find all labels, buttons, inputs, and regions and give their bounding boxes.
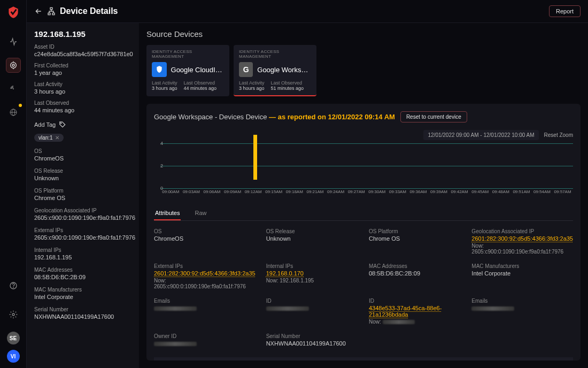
attribute-cell: Geolocation Associated IP2601:282:300:92… bbox=[471, 228, 573, 255]
report-title: Google Workspace - Devices Device — as r… bbox=[154, 113, 395, 121]
attribute-value: ChromeOS bbox=[154, 235, 256, 242]
chart-bar[interactable] bbox=[253, 135, 257, 180]
meta-label: Last Activity bbox=[34, 81, 131, 87]
svg-point-4 bbox=[13, 88, 13, 89]
nav-radar-icon[interactable] bbox=[6, 81, 21, 96]
nav-devices-icon[interactable] bbox=[6, 58, 21, 73]
attr-label: OS Release bbox=[34, 168, 131, 174]
help-icon[interactable] bbox=[6, 278, 21, 293]
attribute-value: 2601:282:300:92:d5d5:4366:3fd3:2a35 bbox=[154, 270, 256, 277]
tab-attributes[interactable]: Attributes bbox=[154, 206, 181, 220]
table-header[interactable]: Attribute bbox=[401, 357, 438, 361]
x-tick: 09:06AM bbox=[202, 189, 222, 197]
nav-activity-icon[interactable] bbox=[6, 34, 21, 49]
attribute-cell: External IPs2601:282:300:92:d5d5:4366:3f… bbox=[154, 263, 256, 289]
device-summary-panel: 192.168.1.195 Asset IDc24e8da05ca8f3a4c5… bbox=[27, 23, 139, 368]
attr-label: OS bbox=[34, 148, 131, 154]
user-avatar-vi[interactable]: VI bbox=[7, 350, 20, 363]
table-header[interactable]: Value bbox=[438, 357, 573, 361]
app-logo bbox=[6, 5, 20, 19]
attr-value: Unknown bbox=[34, 175, 131, 181]
page-title: Device Details bbox=[60, 6, 118, 16]
attribute-now: Now: 192.168.1.195 bbox=[266, 278, 358, 283]
attribute-value: NXHWNAA001104199A17600 bbox=[266, 340, 358, 347]
svg-point-10 bbox=[12, 313, 14, 316]
attribute-now: Now: bbox=[369, 319, 461, 325]
x-tick: 09:15AM bbox=[264, 189, 284, 197]
settings-icon[interactable] bbox=[6, 307, 21, 322]
report-detail-panel: Google Workspace - Devices Device — as r… bbox=[146, 104, 581, 361]
svg-point-9 bbox=[13, 287, 13, 288]
reset-device-button[interactable]: Reset to current device bbox=[400, 111, 467, 122]
attribute-label: OS Release bbox=[266, 228, 358, 234]
events-table: Device (at time of event)SourceObservedC… bbox=[154, 357, 573, 361]
events-chart[interactable]: 02409:00AM09:03AM09:06AM09:09AM09:12AM09… bbox=[154, 143, 573, 197]
reset-zoom-button[interactable]: Reset Zoom bbox=[544, 132, 573, 138]
attribute-value: Chrome OS bbox=[369, 235, 461, 242]
source-name: Google Workspa... bbox=[257, 66, 311, 74]
svg-rect-11 bbox=[50, 7, 52, 9]
attribute-label: ID bbox=[369, 298, 461, 304]
source-icon bbox=[152, 62, 167, 77]
meta-value: 3 hours ago bbox=[34, 88, 131, 95]
tag-pill[interactable]: vlan:1✕ bbox=[34, 134, 64, 142]
attribute-label: Emails bbox=[471, 298, 573, 304]
meta-label: First Collected bbox=[34, 63, 131, 68]
table-header[interactable]: Device (at time of event) bbox=[154, 357, 237, 361]
source-icon: G bbox=[239, 62, 253, 77]
source-card[interactable]: IDENTITY ACCESS MANAGEMENT Google CloudI… bbox=[146, 45, 229, 96]
svg-point-14 bbox=[60, 122, 61, 124]
attr-label: External IPs bbox=[34, 227, 131, 233]
attr-label: Serial Number bbox=[34, 306, 131, 312]
attribute-label: Owner ID bbox=[154, 333, 256, 339]
attribute-cell: ID4348e533-37ad-45ca-88e6-21a1236bdadaNo… bbox=[369, 298, 461, 325]
source-name: Google CloudId... bbox=[171, 66, 224, 74]
attribute-cell: Emails bbox=[471, 298, 573, 325]
attribute-cell: OS ReleaseUnknown bbox=[266, 228, 358, 255]
attribute-value: 4348e533-37ad-45ca-88e6-21a1236bdada bbox=[369, 305, 461, 318]
source-card[interactable]: IDENTITY ACCESS MANAGEMENT GGoogle Works… bbox=[234, 45, 316, 96]
attr-label: Internal IPs bbox=[34, 247, 131, 253]
report-button[interactable]: Report bbox=[549, 5, 581, 17]
x-tick: 09:54AM bbox=[532, 189, 553, 197]
x-tick: 09:42AM bbox=[449, 189, 470, 197]
add-tag-button[interactable]: Add Tag bbox=[34, 121, 131, 128]
attribute-label: MAC Manufacturers bbox=[471, 263, 573, 269]
x-tick: 09:30AM bbox=[367, 189, 388, 197]
source-devices-title: Source Devices bbox=[146, 23, 581, 45]
meta-label: Asset ID bbox=[34, 44, 131, 50]
attribute-label: Geolocation Associated IP bbox=[471, 228, 573, 234]
x-tick: 09:33AM bbox=[388, 189, 408, 197]
nav-globe-icon[interactable] bbox=[6, 105, 21, 120]
attribute-cell: Owner ID bbox=[154, 333, 256, 348]
tag-remove-icon[interactable]: ✕ bbox=[55, 135, 59, 141]
table-header[interactable]: Change type bbox=[318, 357, 401, 361]
x-tick: 09:39AM bbox=[429, 189, 450, 197]
user-avatar-se[interactable]: SE bbox=[7, 332, 20, 344]
attribute-label: Serial Number bbox=[266, 333, 358, 339]
attribute-cell: Internal IPs192.168.0.170Now: 192.168.1.… bbox=[266, 263, 358, 289]
attribute-label: External IPs bbox=[154, 263, 256, 269]
x-tick: 09:00AM bbox=[160, 189, 181, 197]
attr-value: ChromeOS bbox=[34, 155, 131, 162]
table-header[interactable]: Observed bbox=[270, 357, 318, 361]
attribute-label: Internal IPs bbox=[266, 263, 358, 269]
tab-raw[interactable]: Raw bbox=[194, 206, 207, 220]
attr-value: 2605:c900:0:1090:190e:f9a0:fa1f:7976 bbox=[34, 214, 131, 221]
back-icon[interactable] bbox=[34, 7, 43, 16]
svg-point-0 bbox=[12, 64, 14, 66]
table-header[interactable]: Source bbox=[237, 357, 270, 361]
attr-label: MAC Manufacturers bbox=[34, 287, 131, 293]
attr-value: NXHWNAA001104199A17600 bbox=[34, 313, 131, 320]
attr-value: 08:5B:D6:BC:2B:09 bbox=[34, 274, 131, 280]
attribute-cell: OS PlatformChrome OS bbox=[369, 228, 461, 255]
source-category: IDENTITY ACCESS MANAGEMENT bbox=[239, 49, 311, 59]
x-tick: 09:27AM bbox=[346, 189, 367, 197]
x-tick: 09:03AM bbox=[181, 189, 202, 197]
redacted-value bbox=[266, 306, 309, 311]
page-header: Device Details Report bbox=[27, 0, 588, 23]
attribute-cell: Emails bbox=[154, 298, 256, 325]
x-tick: 09:21AM bbox=[305, 189, 326, 197]
attr-value: 192.168.1.195 bbox=[34, 254, 131, 260]
zoom-range-label: 12/01/2022 09:00 AM - 12/01/2022 10:00 A… bbox=[423, 130, 538, 140]
